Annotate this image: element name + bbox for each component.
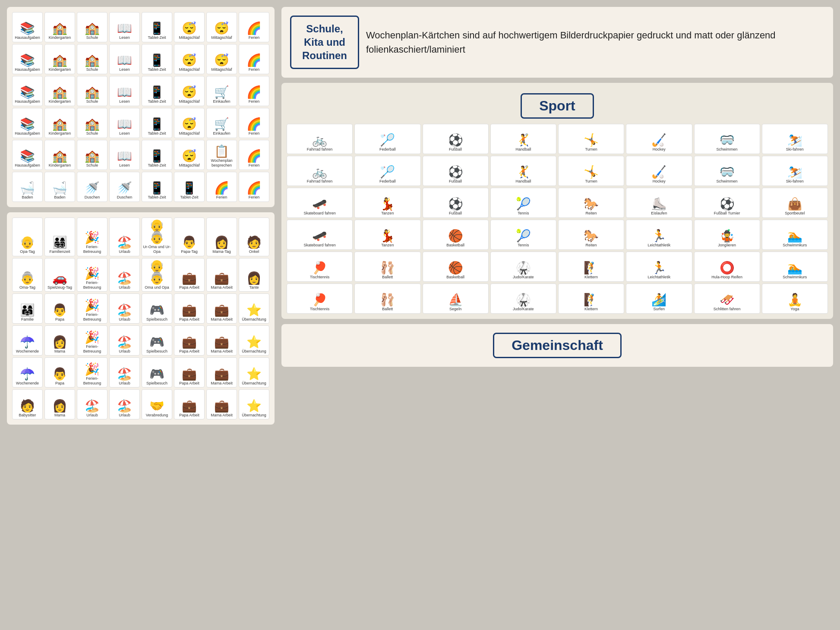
activity-card: 😴Mittagschlaf — [174, 108, 205, 138]
card-label: Leichtathletik — [648, 243, 671, 248]
activity-card: 🌈Ferien — [239, 44, 269, 74]
card-label: Judo/Karate — [513, 307, 534, 312]
activity-card: 💼Papa Arbeit — [174, 293, 205, 324]
card-label: Segeln — [449, 307, 461, 312]
card-label: Ferien-Betreuung — [78, 344, 106, 354]
card-icon: 🥋 — [516, 262, 531, 274]
card-icon: 📚 — [20, 86, 35, 98]
card-label: Spielzeug-Tag — [47, 285, 72, 290]
activity-card: 🏃Leichtathletik — [626, 220, 692, 250]
activity-card: 📚Hausaufgaben — [12, 44, 43, 74]
card-icon: 🏊 — [787, 230, 802, 242]
activity-card: 🎾Tennis — [490, 220, 556, 250]
activity-card: 🏖️Urlaub — [109, 357, 140, 387]
card-icon: 😴 — [182, 22, 197, 35]
card-icon: 💼 — [182, 400, 197, 412]
activity-card: ⚽Fußball Turnier — [694, 188, 760, 218]
card-icon: 🥋 — [516, 294, 531, 306]
card-icon: 📱 — [149, 118, 164, 130]
card-icon: 🏓 — [312, 262, 327, 274]
card-label: Papa Arbeit — [179, 317, 199, 322]
card-icon: 🏫 — [52, 22, 67, 35]
card-icon: ⚽ — [448, 166, 463, 178]
card-icon: ⚽ — [720, 198, 735, 210]
card-icon: 🚲 — [312, 134, 327, 146]
card-label: Wochenende — [16, 381, 39, 386]
activity-card: 🤹Jonglieren — [694, 220, 760, 250]
activity-card: 🏄Surfen — [626, 284, 692, 314]
activity-card: 🌈Ferien — [239, 140, 269, 170]
card-label: Hausaufgaben — [15, 35, 40, 40]
card-icon: 💼 — [214, 272, 229, 284]
activity-card: 👩Tante — [239, 258, 269, 292]
card-icon: 💼 — [182, 368, 197, 380]
activity-card: 📖Lesen — [109, 12, 140, 42]
card-label: Familienzeit — [49, 249, 70, 254]
card-label: Übernachtung — [242, 381, 266, 386]
activity-card: 🛹Skateboard fahren — [287, 188, 353, 218]
card-icon: 📱 — [149, 86, 164, 98]
card-icon: 🌈 — [246, 86, 262, 98]
activity-card: 💃Tanzen — [354, 188, 420, 218]
activity-card: 🛷Schlitten fahren — [694, 284, 760, 314]
card-icon: 🤸 — [584, 166, 599, 178]
card-label: Mittagschlaf — [211, 35, 232, 40]
card-label: Mittagschlaf — [179, 131, 199, 136]
card-label: Kindergarten — [49, 35, 71, 40]
card-label: Schlitten fahren — [714, 307, 741, 312]
card-label: Oma und Opa — [145, 285, 169, 290]
card-label: Papa-Tag — [181, 249, 198, 254]
activity-card: ⭐Übernachtung — [239, 357, 269, 387]
activity-card: 📱Tablet-Zeit — [142, 108, 172, 138]
card-label: Lesen — [119, 67, 130, 72]
card-icon: 🧗 — [584, 262, 599, 274]
card-label: Wochenplan besprechen — [208, 158, 236, 168]
card-icon: 💼 — [182, 304, 197, 316]
activity-card: ⛵Segeln — [423, 284, 489, 314]
card-icon: 🏫 — [85, 86, 100, 98]
activity-card: 🏫Kindergarten — [44, 140, 75, 170]
card-label: Einkaufen — [213, 131, 230, 136]
activity-card: 🏫Kindergarten — [44, 76, 75, 106]
card-icon: ☂️ — [20, 368, 35, 380]
activity-card: 👩Mama-Tag — [206, 217, 237, 256]
card-icon: 👴👵 — [143, 220, 171, 244]
card-icon: 🏖️ — [117, 368, 132, 380]
card-icon: 🏀 — [448, 262, 463, 274]
card-label: Tischtennis — [310, 307, 329, 312]
card-icon: 🎉 — [85, 363, 100, 375]
activity-card: 🚿Duschen — [77, 172, 107, 202]
card-label: Tanzen — [381, 211, 394, 216]
card-label: Mama Arbeit — [211, 413, 233, 418]
card-label: Urlaub — [119, 285, 130, 290]
card-label: Schule — [86, 163, 98, 168]
card-icon: 🌈 — [214, 182, 229, 194]
activity-card: 🧑Babysitter — [12, 389, 43, 419]
activity-card: 🏓Tischtennis — [287, 252, 353, 282]
card-label: Tablet-Zeit — [180, 195, 198, 200]
activity-card: 🧗Klettern — [558, 284, 624, 314]
card-icon: ⛸️ — [651, 198, 666, 210]
card-label: Mama Arbeit — [211, 381, 233, 386]
card-icon: 🏸 — [380, 166, 395, 178]
card-label: Hausaufgaben — [15, 131, 40, 136]
activity-card: 🛹Skateboard fahren — [287, 220, 353, 250]
card-label: Fahrrad fahren — [307, 179, 333, 184]
card-icon: ⛷️ — [787, 166, 802, 178]
activity-card: 🏸Federball — [354, 156, 420, 186]
card-label: Familie — [21, 317, 34, 322]
card-icon: 💼 — [214, 400, 229, 412]
activity-card: 🩰Ballett — [354, 252, 420, 282]
card-label: Übernachtung — [242, 317, 266, 322]
card-icon: 🎉 — [85, 232, 100, 244]
activity-card: ⚽Fußball — [423, 156, 489, 186]
card-label: Spielbesuch — [146, 381, 167, 386]
activity-card: 🥽Schwimmen — [694, 156, 760, 186]
gemeinschaft-badge: Gemeinschaft — [493, 333, 622, 358]
card-label: Hausaufgaben — [15, 99, 40, 104]
card-label: Tante — [249, 285, 259, 290]
activity-card: 🛁Baden — [12, 172, 43, 202]
card-icon: 😴 — [182, 150, 197, 162]
card-icon: 🏑 — [651, 166, 666, 178]
activity-card: 📱Tablet-Zeit — [142, 12, 172, 42]
